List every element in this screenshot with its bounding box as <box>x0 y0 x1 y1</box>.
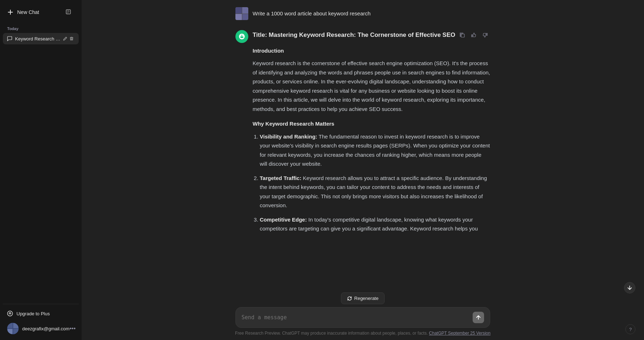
avatar <box>7 323 19 334</box>
chat-area: Write a 1000 word article about keyword … <box>82 0 644 340</box>
list-item-1-bold: Visibility and Ranking: <box>260 133 317 140</box>
list-item-3: Competitive Edge: In today's competitive… <box>260 215 490 233</box>
assistant-content: Title: Mastering Keyword Research: The C… <box>253 30 490 238</box>
message-input[interactable] <box>241 314 470 322</box>
thumbs-up-button[interactable] <box>469 30 479 40</box>
upgrade-label: Upgrade to Plus <box>16 311 50 316</box>
chat-item-left: Keyword Research for S <box>7 36 62 42</box>
send-button[interactable] <box>473 312 484 323</box>
send-icon <box>476 315 481 320</box>
section-label-today: Today <box>3 23 79 33</box>
copy-button[interactable] <box>457 30 467 40</box>
assistant-text: Title: Mastering Keyword Research: The C… <box>253 30 490 233</box>
footer-main-text: Free Research Preview. ChatGPT may produ… <box>235 331 428 336</box>
plus-icon <box>7 9 14 15</box>
user-message: Write a 1000 word article about keyword … <box>235 7 490 20</box>
chat-item[interactable]: Keyword Research for S <box>3 33 79 44</box>
chat-item-actions <box>62 36 74 42</box>
list-item-2-bold: Targeted Traffic: <box>260 175 301 181</box>
svg-rect-9 <box>13 329 18 334</box>
regenerate-bar: Regenerate <box>90 292 635 304</box>
help-button[interactable]: ? <box>625 324 635 334</box>
svg-rect-8 <box>8 329 13 334</box>
user-message-avatar <box>235 7 248 20</box>
list-item-1: Visibility and Ranking: The fundamental … <box>260 132 490 169</box>
assistant-title: Title: Mastering Keyword Research: The C… <box>253 30 490 40</box>
why-heading: Why Keyword Research Matters <box>253 119 490 128</box>
upgrade-icon <box>7 311 13 316</box>
user-left: deezgrafix@gmail.com <box>7 323 69 334</box>
user-message-text: Write a 1000 word article about keyword … <box>253 7 371 18</box>
main-content: Write a 1000 word article about keyword … <box>82 0 644 340</box>
intro-body: Keyword research is the cornerstone of e… <box>253 59 490 113</box>
assistant-message: Title: Mastering Keyword Research: The C… <box>235 30 490 238</box>
new-chat-button[interactable]: New Chat <box>3 3 79 21</box>
regenerate-label: Regenerate <box>354 296 379 301</box>
new-chat-left: New Chat <box>7 9 39 15</box>
list-item-2: Targeted Traffic: Keyword research allow… <box>260 174 490 210</box>
gpt-logo <box>235 30 248 43</box>
svg-rect-10 <box>461 34 464 37</box>
svg-rect-6 <box>8 323 13 328</box>
more-options-icon[interactable]: ••• <box>69 325 75 332</box>
scroll-down-button[interactable] <box>624 282 635 293</box>
chat-item-text: Keyword Research for S <box>15 36 62 42</box>
message-wrapper: Write a 1000 word article about keyword … <box>227 7 499 238</box>
input-container <box>235 307 490 328</box>
user-row[interactable]: deezgrafix@gmail.com ••• <box>3 320 79 337</box>
edit-chat-icon[interactable] <box>62 36 68 42</box>
user-email: deezgrafix@gmail.com <box>22 326 69 331</box>
delete-chat-icon[interactable] <box>69 36 74 42</box>
arrow-down-icon <box>627 285 632 290</box>
thumbs-down-button[interactable] <box>480 30 490 40</box>
why-list: Visibility and Ranking: The fundamental … <box>253 132 490 233</box>
sidebar-bottom: Upgrade to Plus deezg <box>3 304 79 337</box>
list-item-3-bold: Competitive Edge: <box>260 217 307 223</box>
upgrade-button[interactable]: Upgrade to Plus <box>3 307 79 320</box>
footer-link[interactable]: ChatGPT September 25 Version <box>429 331 491 336</box>
regenerate-button[interactable]: Regenerate <box>341 292 385 304</box>
edit-icon-btn[interactable] <box>63 6 74 18</box>
new-chat-label: New Chat <box>17 9 39 15</box>
regenerate-icon <box>347 296 352 301</box>
intro-heading: Introduction <box>253 46 490 55</box>
help-icon: ? <box>629 327 631 332</box>
svg-rect-7 <box>13 323 18 328</box>
sidebar: New Chat Today Keyword Research for S <box>0 0 82 340</box>
chat-bubble-icon <box>7 36 12 41</box>
message-actions <box>457 30 490 40</box>
footer-text: Free Research Preview. ChatGPT may produ… <box>90 331 635 336</box>
bottom-area: Regenerate Free Research Preview. ChatGP… <box>82 292 644 340</box>
